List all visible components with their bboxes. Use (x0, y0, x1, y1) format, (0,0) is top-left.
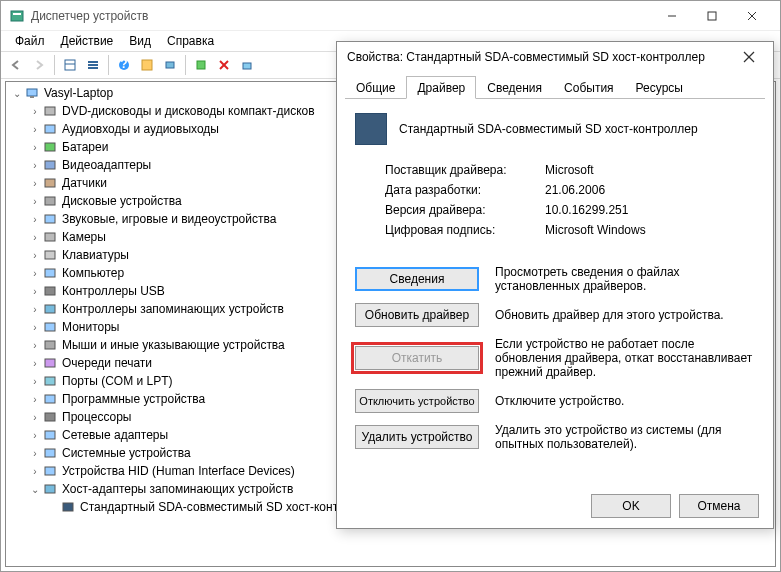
expander-icon[interactable]: › (28, 358, 42, 369)
tree-item-label: Устройства HID (Human Interface Devices) (62, 464, 295, 478)
svg-rect-9 (88, 64, 98, 66)
svg-rect-41 (45, 467, 55, 475)
tree-item-label: Аудиовходы и аудиовыходы (62, 122, 219, 136)
tree-item-label: Мыши и иные указывающие устройства (62, 338, 285, 352)
dialog-close-button[interactable] (735, 43, 763, 71)
refresh-button[interactable] (236, 54, 258, 76)
expander-icon[interactable]: › (28, 250, 42, 261)
update-driver-button[interactable]: Обновить драйвер (355, 303, 479, 327)
info-provider: Поставщик драйвера: Microsoft (385, 163, 755, 177)
expander-icon[interactable]: › (28, 196, 42, 207)
expander-icon[interactable]: › (28, 106, 42, 117)
tree-item-label: Датчики (62, 176, 107, 190)
update-driver-button[interactable] (190, 54, 212, 76)
uninstall-device-button[interactable]: Удалить устройство (355, 425, 479, 449)
svg-rect-36 (45, 377, 55, 385)
category-icon (42, 283, 58, 299)
expander-icon[interactable]: › (28, 232, 42, 243)
tab-driver[interactable]: Драйвер (406, 76, 476, 99)
expander-icon[interactable]: › (28, 286, 42, 297)
back-button[interactable] (5, 54, 27, 76)
category-icon (42, 481, 58, 497)
driver-details-button[interactable]: Сведения (355, 267, 479, 291)
ok-button[interactable]: OK (591, 494, 671, 518)
expander-icon[interactable]: › (28, 142, 42, 153)
dialog-footer: OK Отмена (591, 494, 759, 518)
expander-icon[interactable]: › (28, 340, 42, 351)
tab-details[interactable]: Сведения (476, 76, 553, 99)
signature-label: Цифровая подпись: (385, 223, 545, 237)
category-icon (42, 319, 58, 335)
properties-button[interactable] (136, 54, 158, 76)
expander-icon[interactable]: › (28, 448, 42, 459)
tree-item-label: DVD-дисководы и дисководы компакт-дисков (62, 104, 315, 118)
svg-rect-30 (45, 269, 55, 277)
dialog-titlebar: Свойства: Стандартный SDA-совместимый SD… (337, 42, 773, 72)
forward-button[interactable] (28, 54, 50, 76)
row-details: Сведения Просмотреть сведения о файлах у… (355, 265, 755, 293)
expander-icon[interactable]: › (28, 412, 42, 423)
expander-icon[interactable]: › (28, 322, 42, 333)
expander-icon[interactable]: › (28, 394, 42, 405)
expander-icon[interactable]: › (28, 178, 42, 189)
view-mode-button[interactable] (59, 54, 81, 76)
menu-view[interactable]: Вид (121, 32, 159, 50)
cancel-button[interactable]: Отмена (679, 494, 759, 518)
svg-rect-15 (197, 61, 205, 69)
signature-value: Microsoft Windows (545, 223, 755, 237)
svg-rect-19 (27, 89, 37, 96)
svg-rect-27 (45, 215, 55, 223)
provider-value: Microsoft (545, 163, 755, 177)
tab-general[interactable]: Общие (345, 76, 406, 99)
date-value: 21.06.2006 (545, 183, 755, 197)
expander-icon[interactable]: › (28, 124, 42, 135)
tree-item-label: Порты (COM и LPT) (62, 374, 173, 388)
help-button[interactable]: ? (113, 54, 135, 76)
scan-button[interactable] (159, 54, 181, 76)
svg-rect-13 (142, 60, 152, 70)
expander-icon[interactable]: ⌄ (28, 484, 42, 495)
category-icon (42, 247, 58, 263)
expander-icon[interactable]: › (28, 268, 42, 279)
svg-rect-18 (243, 63, 251, 69)
tree-item-label: Камеры (62, 230, 106, 244)
version-value: 10.0.16299.251 (545, 203, 755, 217)
expander-icon[interactable]: › (28, 376, 42, 387)
disable-device-button[interactable]: Отключить устройство (355, 389, 479, 413)
dialog-tabs: Общие Драйвер Сведения События Ресурсы (345, 76, 765, 99)
svg-rect-40 (45, 449, 55, 457)
expander-icon[interactable]: › (28, 430, 42, 441)
tab-events[interactable]: События (553, 76, 625, 99)
expander-icon[interactable]: › (28, 160, 42, 171)
svg-rect-42 (45, 485, 55, 493)
rollback-driver-button[interactable]: Откатить (355, 346, 479, 370)
info-signature: Цифровая подпись: Microsoft Windows (385, 223, 755, 237)
tree-item-label: Программные устройства (62, 392, 205, 406)
tree-device-label: Стандартный SDA-совместимый SD хост-конт… (80, 500, 379, 514)
menu-file[interactable]: Файл (7, 32, 53, 50)
tree-item-label: Мониторы (62, 320, 119, 334)
expander-icon[interactable]: ⌄ (10, 88, 24, 99)
row-update: Обновить драйвер Обновить драйвер для эт… (355, 303, 755, 327)
category-icon (42, 211, 58, 227)
expander-icon[interactable]: › (28, 466, 42, 477)
tree-item-label: Сетевые адаптеры (62, 428, 168, 442)
minimize-button[interactable] (652, 2, 692, 30)
tree-item-label: Дисковые устройства (62, 194, 182, 208)
svg-rect-26 (45, 197, 55, 205)
menu-action[interactable]: Действие (53, 32, 122, 50)
svg-rect-3 (708, 12, 716, 20)
uninstall-button[interactable] (213, 54, 235, 76)
view-list-button[interactable] (82, 54, 104, 76)
expander-icon[interactable]: › (28, 304, 42, 315)
category-icon (42, 409, 58, 425)
close-button[interactable] (732, 2, 772, 30)
tab-resources[interactable]: Ресурсы (625, 76, 694, 99)
maximize-button[interactable] (692, 2, 732, 30)
svg-rect-21 (45, 107, 55, 115)
toolbar-separator (185, 55, 186, 75)
svg-rect-37 (45, 395, 55, 403)
expander-icon[interactable]: › (28, 214, 42, 225)
svg-rect-35 (45, 359, 55, 367)
menu-help[interactable]: Справка (159, 32, 222, 50)
